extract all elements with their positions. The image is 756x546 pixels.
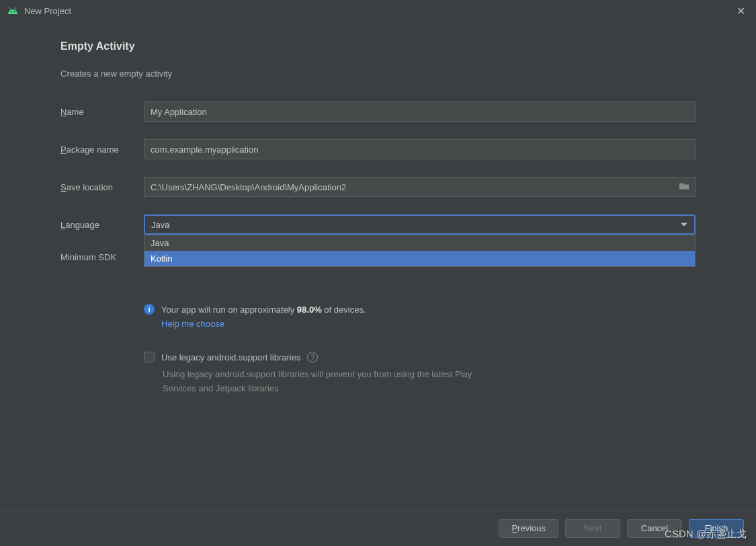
form: Empty Activity Creates a new empty activ… xyxy=(0,22,756,396)
window-title: New Project xyxy=(24,6,71,16)
chevron-down-icon xyxy=(681,223,687,227)
legacy-checkbox[interactable] xyxy=(144,352,155,362)
svg-line-1 xyxy=(15,7,16,9)
language-label: Language xyxy=(60,220,144,230)
previous-button[interactable]: Previous xyxy=(499,519,558,538)
close-icon[interactable]: ✕ xyxy=(732,5,749,17)
language-select[interactable]: Java xyxy=(144,214,696,235)
titlebar: New Project ✕ xyxy=(0,0,756,22)
page-heading: Empty Activity xyxy=(60,40,696,52)
help-icon[interactable]: ? xyxy=(307,352,318,362)
legacy-description: Using legacy android.support libraries w… xyxy=(163,368,499,396)
svg-line-0 xyxy=(9,7,11,9)
language-option-java[interactable]: Java xyxy=(144,235,695,251)
info-icon: i xyxy=(144,304,155,315)
language-dropdown: Java Kotlin xyxy=(144,235,696,267)
minimum-sdk-label: Minimum SDK xyxy=(60,252,144,262)
language-option-kotlin[interactable]: Kotlin xyxy=(144,251,695,266)
page-description: Creates a new empty activity xyxy=(60,69,696,79)
save-location-label: Save location xyxy=(60,182,144,192)
cancel-button[interactable]: Cancel xyxy=(627,519,682,538)
finish-button[interactable]: Finish xyxy=(689,519,744,538)
name-label: Name xyxy=(60,107,144,117)
package-input[interactable]: com.example.myapplication xyxy=(144,139,696,159)
legacy-label: Use legacy android.support libraries xyxy=(161,352,300,362)
device-coverage-text: i Your app will run on approximately 98.… xyxy=(144,304,696,315)
save-location-value: C:\Users\ZHANG\Desktop\Android\MyApplica… xyxy=(151,182,346,192)
save-location-input[interactable]: C:\Users\ZHANG\Desktop\Android\MyApplica… xyxy=(144,177,696,197)
package-value: com.example.myapplication xyxy=(151,145,258,155)
language-value: Java xyxy=(151,220,169,230)
svg-point-3 xyxy=(14,11,15,13)
svg-point-2 xyxy=(11,11,12,13)
name-input[interactable]: My Application xyxy=(144,102,696,122)
name-value: My Application xyxy=(151,107,207,117)
folder-icon[interactable] xyxy=(679,182,689,192)
package-label: Package name xyxy=(60,145,144,155)
next-button: Next xyxy=(565,519,620,538)
footer: Previous Next Cancel Finish xyxy=(0,510,756,546)
android-icon xyxy=(7,6,19,15)
help-me-choose-link[interactable]: Help me choose xyxy=(161,319,696,329)
